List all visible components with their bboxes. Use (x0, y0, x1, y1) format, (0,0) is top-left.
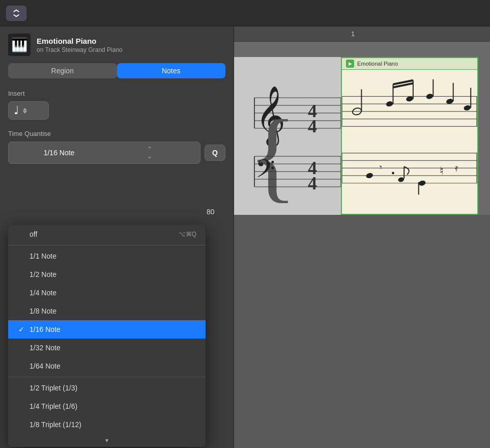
quantise-label: Time Quantise (8, 130, 225, 137)
bar-number: 1 (351, 30, 355, 38)
bar-ruler: 1 (234, 26, 490, 42)
sheet-music-svg: 𝄾 ♮ 𝄿 (342, 70, 477, 211)
dropdown-separator-1 (8, 245, 206, 245)
svg-text:♮: ♮ (440, 165, 444, 177)
dropdown-1-16-label: 1/16 Note (30, 325, 61, 333)
quantise-q-button[interactable]: Q (205, 145, 225, 161)
quantise-chevron-icon: ⌃⌄ (104, 146, 195, 160)
instrument-icon: 🎹 (8, 34, 31, 56)
dropdown-off-label: off (30, 230, 37, 238)
below-score-area (234, 215, 490, 448)
quantise-current-value: 1/16 Note (14, 149, 104, 157)
stepper-up[interactable] (23, 108, 27, 110)
time-quantise-section: Time Quantise 1/16 Note ⌃⌄ Q (0, 125, 234, 169)
insert-stepper[interactable]: ♩ (8, 101, 49, 120)
dropdown-separator-2 (8, 377, 206, 377)
score-area: 𝄞 4 4 { 𝄢 4 4 (234, 42, 490, 448)
sheet-music-region: ▶ Emotional Piano (341, 57, 478, 215)
region-name: Emotional Piano (357, 61, 398, 67)
tab-notes[interactable]: Notes (117, 63, 226, 78)
instrument-header: 🎹 Emotional Piano on Track Steinway Gran… (0, 26, 234, 63)
more-chevron-icon: ▾ (105, 437, 108, 444)
dropdown-1-64-label: 1/64 Note (30, 362, 61, 370)
instrument-info: Emotional Piano on Track Steinway Grand … (37, 37, 123, 53)
velocity-value: 80 (207, 208, 215, 216)
region-header: ▶ Emotional Piano (342, 58, 477, 70)
dropdown-1-8-label: 1/8 Note (30, 307, 56, 315)
dropdown-1-2-label: 1/2 Note (30, 270, 56, 278)
dropdown-1-1-label: 1/1 Note (30, 252, 56, 260)
dropdown-1-4t-label: 1/4 Triplet (1/6) (30, 402, 77, 410)
dropdown-item-1-4[interactable]: 1/4 Note (8, 284, 206, 302)
tab-region[interactable]: Region (8, 63, 117, 78)
dropdown-item-1-32[interactable]: 1/32 Note (8, 339, 206, 357)
checkmark-icon: ✓ (17, 325, 25, 333)
stepper-down[interactable] (23, 111, 27, 114)
svg-text:𝄢: 𝄢 (255, 155, 275, 189)
svg-text:𝄾: 𝄾 (380, 165, 382, 170)
left-panel: 🎹 Emotional Piano on Track Steinway Gran… (0, 26, 234, 448)
svg-point-34 (425, 93, 434, 100)
svg-point-54 (418, 180, 426, 186)
svg-point-51 (392, 172, 394, 175)
insert-label: Insert (8, 90, 225, 97)
quantise-select[interactable]: 1/16 Note ⌃⌄ (8, 142, 200, 164)
dropdown-item-1-16[interactable]: ✓ 1/16 Note (8, 320, 206, 339)
insert-section: Insert ♩ (0, 85, 234, 125)
dropdown-item-1-2-triplet[interactable]: 1/2 Triplet (1/3) (8, 379, 206, 397)
clef-svg: 𝄞 4 4 { 𝄢 4 4 (234, 57, 341, 215)
svg-text:4: 4 (308, 173, 317, 193)
dropdown-more-indicator[interactable]: ▾ (8, 434, 206, 447)
svg-point-49 (365, 172, 373, 179)
instrument-track: on Track Steinway Grand Piano (37, 46, 123, 53)
top-toolbar (0, 0, 490, 26)
dropdown-item-1-8-triplet[interactable]: 1/8 Triplet (1/12) (8, 415, 206, 434)
dropdown-item-1-8[interactable]: 1/8 Note (8, 302, 206, 320)
time-quantise-dropdown: off ⌥⌘Q 1/1 Note 1/2 Note 1/4 Note 1/8 N… (8, 225, 206, 447)
svg-text:4: 4 (308, 116, 317, 136)
dropdown-item-1-2[interactable]: 1/2 Note (8, 265, 206, 284)
dropdown-1-2t-label: 1/2 Triplet (1/3) (30, 384, 77, 392)
right-panel: 1 𝄞 4 4 { (234, 26, 490, 448)
dropdown-item-1-64[interactable]: 1/64 Note (8, 357, 206, 375)
dropdown-1-8t-label: 1/8 Triplet (1/12) (30, 421, 81, 429)
note-icon: ♩ (14, 105, 19, 116)
dropdown-item-off[interactable]: off ⌥⌘Q (8, 225, 206, 243)
clef-area: 𝄞 4 4 { 𝄢 4 4 (234, 57, 341, 215)
svg-point-52 (397, 177, 405, 183)
quantise-row: 1/16 Note ⌃⌄ Q (8, 142, 225, 164)
svg-point-38 (463, 104, 471, 111)
instrument-name: Emotional Piano (37, 37, 123, 45)
stepper-arrows[interactable] (23, 108, 27, 114)
dropdown-item-1-4-triplet[interactable]: 1/4 Triplet (1/6) (8, 397, 206, 415)
dropdown-off-shortcut: ⌥⌘Q (179, 231, 196, 238)
tab-bar: Region Notes (0, 63, 234, 85)
dropdown-1-32-label: 1/32 Note (30, 344, 61, 352)
toolbar-main-button[interactable] (6, 6, 26, 21)
region-play-button[interactable]: ▶ (346, 60, 354, 68)
insert-control: ♩ (8, 101, 225, 120)
svg-point-30 (386, 101, 394, 107)
svg-text:𝄿: 𝄿 (455, 166, 458, 172)
dropdown-1-4-label: 1/4 Note (30, 289, 56, 297)
dropdown-item-1-1[interactable]: 1/1 Note (8, 247, 206, 265)
